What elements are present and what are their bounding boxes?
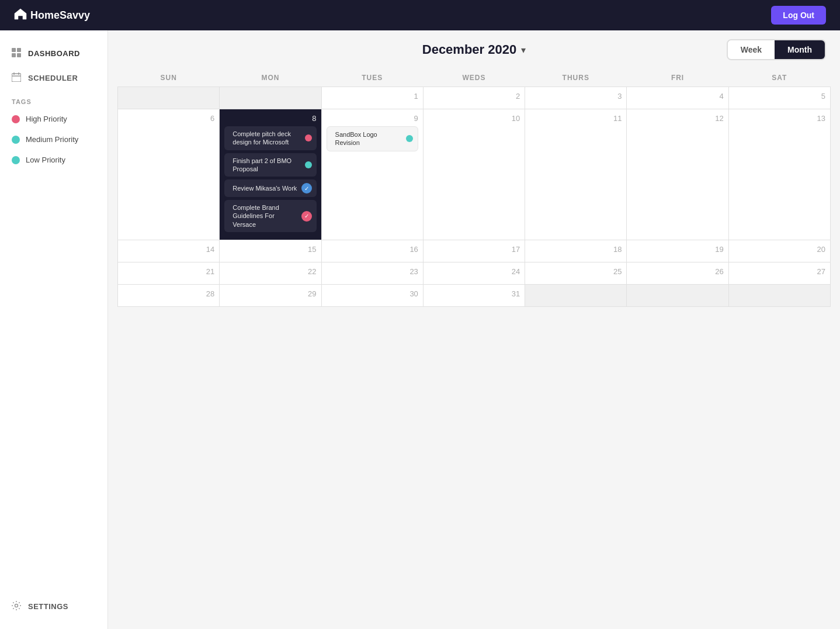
day-header-tues: TUES (321, 69, 423, 87)
task-check-icon: ✓ (301, 183, 312, 193)
task-text: Complete Brand Guidelines For Versace (232, 203, 297, 229)
high-priority-dot (12, 115, 20, 123)
cal-cell-21[interactable]: 21 (118, 262, 220, 285)
cal-cell-27[interactable]: 27 (728, 262, 830, 285)
cal-cell-6[interactable]: 6 (118, 109, 220, 240)
week-view-button[interactable]: Week (728, 40, 775, 59)
day-number-31: 31 (428, 289, 520, 298)
task-priority-dot (305, 161, 312, 168)
svg-point-8 (15, 604, 18, 607)
cal-cell-3[interactable]: 3 (525, 87, 627, 109)
cal-cell-14[interactable]: 14 (118, 240, 220, 262)
app-logo: HomeSavvy (14, 8, 90, 23)
day-number-12: 12 (631, 114, 723, 123)
cal-cell-13[interactable]: 13 (728, 109, 830, 240)
day-number-23: 23 (327, 267, 418, 276)
day-header-thurs: THURS (525, 69, 627, 87)
gear-icon (12, 601, 22, 611)
day-header-sat: SAT (728, 69, 830, 87)
day-number-24: 24 (428, 267, 520, 276)
cal-cell-8[interactable]: 8Complete pitch deck design for Microsof… (220, 109, 321, 240)
task-item[interactable]: SandBox Logo Revision (327, 126, 418, 151)
day-header-fri: FRI (627, 69, 728, 87)
sidebar-item-dashboard[interactable]: Dashboard (0, 42, 107, 64)
calendar-week-2: 14151617181920 (118, 240, 831, 262)
cal-cell-4[interactable]: 4 (627, 87, 728, 109)
cal-cell-26[interactable]: 26 (627, 262, 728, 285)
cal-cell-empty[interactable] (118, 87, 220, 109)
calendar-week-1: 68Complete pitch deck design for Microso… (118, 109, 831, 240)
cal-cell-2[interactable]: 2 (423, 87, 525, 109)
day-number-4: 4 (631, 92, 723, 101)
cal-cell-15[interactable]: 15 (220, 240, 321, 262)
view-toggle: Week Month (727, 39, 826, 60)
cal-cell-29[interactable]: 29 (220, 285, 321, 307)
cal-cell-23[interactable]: 23 (321, 262, 423, 285)
cal-cell-17[interactable]: 17 (423, 240, 525, 262)
cal-cell-31[interactable]: 31 (423, 285, 525, 307)
task-priority-dot (406, 135, 413, 142)
cal-cell-10[interactable]: 10 (423, 109, 525, 240)
month-view-button[interactable]: Month (775, 40, 825, 59)
cal-cell-24[interactable]: 24 (423, 262, 525, 285)
svg-rect-4 (12, 74, 21, 82)
day-number-17: 17 (428, 245, 520, 254)
tag-high-priority[interactable]: High Priority (0, 110, 107, 128)
day-number-22: 22 (224, 267, 316, 276)
day-headers-row: SUNMONTUESWEDSTHURSFRISAT (118, 69, 831, 87)
svg-rect-3 (17, 53, 21, 57)
tag-label-medium: Medium Priority (26, 135, 78, 144)
svg-rect-1 (17, 48, 21, 52)
logout-button[interactable]: Log Out (771, 6, 826, 25)
cal-cell-16[interactable]: 16 (321, 240, 423, 262)
day-number-29: 29 (224, 289, 316, 298)
day-number-14: 14 (123, 245, 214, 254)
task-text: Finish part 2 of BMO Proposal (232, 157, 301, 174)
cal-cell-18[interactable]: 18 (525, 240, 627, 262)
cal-cell-empty[interactable] (627, 285, 728, 307)
tags-section-label: TAGS (0, 91, 107, 108)
grid-icon (12, 48, 22, 58)
day-number-9: 9 (327, 114, 418, 123)
task-item[interactable]: Finish part 2 of BMO Proposal (224, 153, 316, 177)
calendar-grid: SUNMONTUESWEDSTHURSFRISAT 1234568Complet… (117, 69, 831, 307)
cal-cell-9[interactable]: 9SandBox Logo Revision (321, 109, 423, 240)
calendar-body: 1234568Complete pitch deck design for Mi… (118, 87, 831, 307)
cal-cell-19[interactable]: 19 (627, 240, 728, 262)
tag-medium-priority[interactable]: Medium Priority (0, 130, 107, 148)
day-number-2: 2 (428, 92, 520, 101)
day-number-20: 20 (734, 245, 825, 254)
tag-low-priority[interactable]: Low Priority (0, 151, 107, 169)
cal-cell-20[interactable]: 20 (728, 240, 830, 262)
cal-cell-12[interactable]: 12 (627, 109, 728, 240)
cal-cell-25[interactable]: 25 (525, 262, 627, 285)
tag-label-high: High Priority (26, 115, 67, 123)
day-number-6: 6 (123, 114, 214, 123)
sidebar-item-settings[interactable]: Settings (0, 595, 107, 617)
cal-cell-30[interactable]: 30 (321, 285, 423, 307)
day-number-16: 16 (327, 245, 418, 254)
cal-cell-1[interactable]: 1 (321, 87, 423, 109)
tag-label-low: Low Priority (26, 155, 65, 164)
task-check-pink-icon: ✓ (301, 211, 312, 222)
cal-cell-11[interactable]: 11 (525, 109, 627, 240)
day-number-26: 26 (631, 267, 723, 276)
sidebar-label-settings: Settings (28, 602, 68, 611)
task-item[interactable]: Review Mikasa's Work✓ (224, 179, 316, 197)
cal-cell-28[interactable]: 28 (118, 285, 220, 307)
calendar-dropdown-icon[interactable]: ▾ (521, 44, 526, 56)
day-number-8: 8 (224, 114, 316, 123)
sidebar-item-scheduler[interactable]: Scheduler (0, 67, 107, 89)
calendar-week-0: 12345 (118, 87, 831, 109)
sidebar-label-scheduler: Scheduler (28, 74, 78, 82)
cal-cell-5[interactable]: 5 (728, 87, 830, 109)
low-priority-dot (12, 156, 20, 164)
task-item[interactable]: Complete pitch deck design for Microsoft (224, 126, 316, 150)
medium-priority-dot (12, 136, 20, 144)
cal-cell-22[interactable]: 22 (220, 262, 321, 285)
task-item[interactable]: Complete Brand Guidelines For Versace✓ (224, 200, 316, 232)
cal-cell-empty[interactable] (220, 87, 321, 109)
cal-cell-empty[interactable] (728, 285, 830, 307)
calendar-title-area[interactable]: December 2020 ▾ (422, 42, 526, 57)
cal-cell-empty[interactable] (525, 285, 627, 307)
